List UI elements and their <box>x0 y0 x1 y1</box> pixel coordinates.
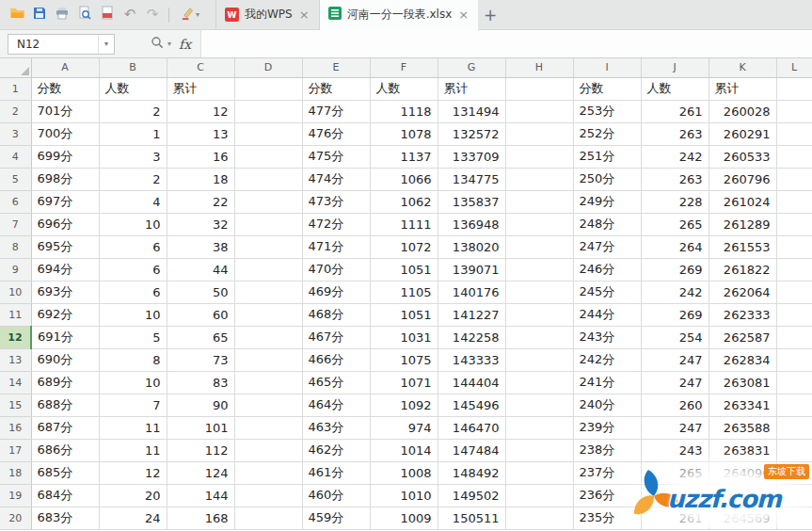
row-header-2[interactable]: 2 <box>0 100 31 122</box>
cell-J16[interactable]: 247 <box>641 416 709 439</box>
insert-function-button[interactable]: fx <box>179 37 191 52</box>
cell-G20[interactable]: 150511 <box>438 507 505 529</box>
cell-I6[interactable]: 249分 <box>573 190 641 213</box>
cell-K8[interactable]: 261553 <box>709 235 776 258</box>
cell-L15[interactable] <box>776 394 812 416</box>
cell-F12[interactable]: 1031 <box>370 326 438 348</box>
cell-L8[interactable] <box>776 235 812 258</box>
cell-C12[interactable]: 65 <box>167 326 234 348</box>
cell-D4[interactable] <box>234 145 302 168</box>
cell-H17[interactable] <box>505 439 573 461</box>
cell-I3[interactable]: 252分 <box>573 122 641 145</box>
cell-J8[interactable]: 264 <box>641 235 709 258</box>
cell-L2[interactable] <box>776 100 812 122</box>
cell-F15[interactable]: 1092 <box>370 394 438 416</box>
cell-E7[interactable]: 472分 <box>302 213 370 235</box>
cell-E16[interactable]: 463分 <box>302 416 370 439</box>
cell-G5[interactable]: 134775 <box>438 168 505 190</box>
cell-G14[interactable]: 144404 <box>438 371 505 394</box>
cell-C3[interactable]: 13 <box>167 122 234 145</box>
cell-L9[interactable] <box>776 258 812 281</box>
cell-C19[interactable]: 144 <box>167 484 234 507</box>
cell-J10[interactable]: 242 <box>641 281 709 303</box>
cell-F7[interactable]: 1111 <box>370 213 438 235</box>
row-header-14[interactable]: 14 <box>0 371 31 394</box>
select-all-corner[interactable] <box>0 58 31 77</box>
row-header-13[interactable]: 13 <box>0 348 31 371</box>
cell-D15[interactable] <box>234 394 302 416</box>
row-header-20[interactable]: 20 <box>0 507 31 529</box>
cell-G1[interactable]: 累计 <box>438 77 505 100</box>
column-header-C[interactable]: C <box>167 58 234 77</box>
cell-I11[interactable]: 244分 <box>573 303 641 326</box>
row-header-12[interactable]: 12 <box>0 326 31 348</box>
cell-L10[interactable] <box>776 281 812 303</box>
cell-D9[interactable] <box>234 258 302 281</box>
cell-B8[interactable]: 6 <box>99 235 167 258</box>
cell-J6[interactable]: 228 <box>641 190 709 213</box>
cell-F11[interactable]: 1051 <box>370 303 438 326</box>
cell-D7[interactable] <box>234 213 302 235</box>
cell-G8[interactable]: 138020 <box>438 235 505 258</box>
column-header-A[interactable]: A <box>31 58 99 77</box>
cell-J2[interactable]: 261 <box>641 100 709 122</box>
cell-G18[interactable]: 148492 <box>438 461 505 484</box>
cell-J7[interactable]: 265 <box>641 213 709 235</box>
cell-D12[interactable] <box>234 326 302 348</box>
cell-K6[interactable]: 261024 <box>709 190 776 213</box>
cell-H12[interactable] <box>505 326 573 348</box>
cell-C10[interactable]: 50 <box>167 281 234 303</box>
row-header-3[interactable]: 3 <box>0 122 31 145</box>
row-header-1[interactable]: 1 <box>0 77 31 100</box>
cell-G12[interactable]: 142258 <box>438 326 505 348</box>
cell-F13[interactable]: 1075 <box>370 348 438 371</box>
cell-I13[interactable]: 242分 <box>573 348 641 371</box>
cell-B18[interactable]: 12 <box>99 461 167 484</box>
cell-B19[interactable]: 20 <box>99 484 167 507</box>
cell-C13[interactable]: 73 <box>167 348 234 371</box>
cell-B2[interactable]: 2 <box>99 100 167 122</box>
cell-A14[interactable]: 689分 <box>31 371 99 394</box>
cell-G3[interactable]: 132572 <box>438 122 505 145</box>
cell-I9[interactable]: 246分 <box>573 258 641 281</box>
cell-K16[interactable]: 263588 <box>709 416 776 439</box>
cell-D2[interactable] <box>234 100 302 122</box>
cell-F18[interactable]: 1008 <box>370 461 438 484</box>
cell-A13[interactable]: 690分 <box>31 348 99 371</box>
cell-I12[interactable]: 243分 <box>573 326 641 348</box>
cell-A10[interactable]: 693分 <box>31 281 99 303</box>
cell-H10[interactable] <box>505 281 573 303</box>
cell-A4[interactable]: 699分 <box>31 145 99 168</box>
row-header-16[interactable]: 16 <box>0 416 31 439</box>
column-header-G[interactable]: G <box>438 58 505 77</box>
cell-K2[interactable]: 260028 <box>709 100 776 122</box>
cell-G10[interactable]: 140176 <box>438 281 505 303</box>
row-header-10[interactable]: 10 <box>0 281 31 303</box>
cell-F1[interactable]: 人数 <box>370 77 438 100</box>
new-tab-button[interactable]: + <box>478 0 502 30</box>
cell-A18[interactable]: 685分 <box>31 461 99 484</box>
cell-F14[interactable]: 1071 <box>370 371 438 394</box>
cell-D13[interactable] <box>234 348 302 371</box>
cell-C14[interactable]: 83 <box>167 371 234 394</box>
cell-G4[interactable]: 133709 <box>438 145 505 168</box>
cell-C8[interactable]: 38 <box>167 235 234 258</box>
cell-D10[interactable] <box>234 281 302 303</box>
row-header-19[interactable]: 19 <box>0 484 31 507</box>
cell-L4[interactable] <box>776 145 812 168</box>
cell-C1[interactable]: 累计 <box>167 77 234 100</box>
cell-J12[interactable]: 254 <box>641 326 709 348</box>
cell-E15[interactable]: 464分 <box>302 394 370 416</box>
cell-E20[interactable]: 459分 <box>302 507 370 529</box>
cell-K5[interactable]: 260796 <box>709 168 776 190</box>
row-header-17[interactable]: 17 <box>0 439 31 461</box>
cell-G9[interactable]: 139071 <box>438 258 505 281</box>
cell-D17[interactable] <box>234 439 302 461</box>
cell-E10[interactable]: 469分 <box>302 281 370 303</box>
cell-K7[interactable]: 261289 <box>709 213 776 235</box>
cell-E4[interactable]: 475分 <box>302 145 370 168</box>
cell-F20[interactable]: 1009 <box>370 507 438 529</box>
cell-G16[interactable]: 146470 <box>438 416 505 439</box>
column-header-L[interactable]: L <box>776 58 812 77</box>
cell-C15[interactable]: 90 <box>167 394 234 416</box>
